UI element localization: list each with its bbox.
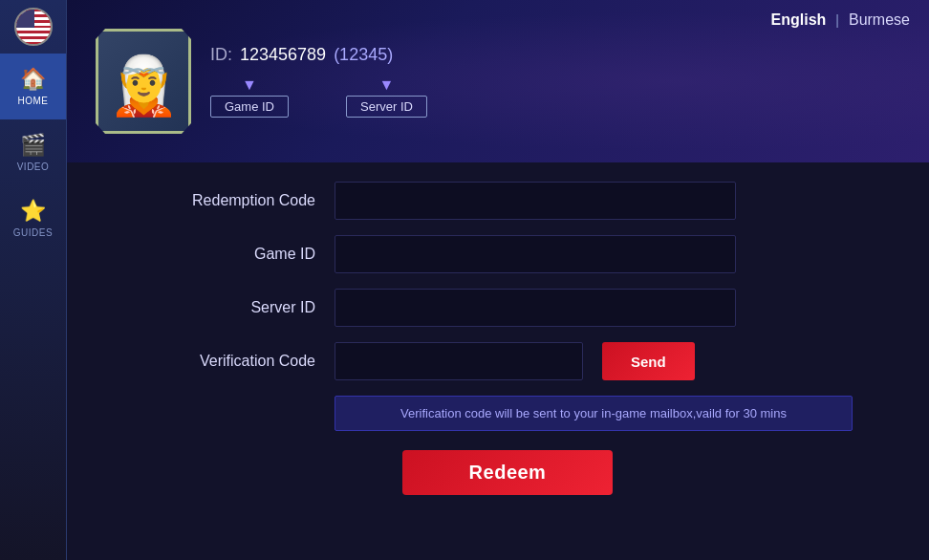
redeem-button[interactable]: Redeem xyxy=(402,450,614,495)
game-id-arrow-group: ▼ Game ID xyxy=(210,76,289,118)
redemption-code-label: Redemption Code xyxy=(162,192,315,209)
sidebar-item-guides[interactable]: ⭐ GUIDES xyxy=(0,185,66,251)
redemption-code-row: Redemption Code xyxy=(162,182,853,220)
sidebar-video-label: VIDEO xyxy=(17,162,50,172)
avatar-container: 🧝 xyxy=(96,29,191,134)
verification-code-row: Verification Code Send xyxy=(162,342,853,380)
home-icon: 🏠 xyxy=(20,67,46,92)
server-id-row: Server ID xyxy=(162,289,853,327)
id-row: ID: 123456789 (12345) xyxy=(210,45,427,65)
verification-code-input[interactable] xyxy=(335,342,583,380)
flag-button[interactable] xyxy=(14,8,53,46)
send-button[interactable]: Send xyxy=(602,342,695,380)
lang-burmese[interactable]: Burmese xyxy=(849,11,910,29)
sidebar-item-video[interactable]: 🎬 VIDEO xyxy=(0,119,66,185)
sidebar: 🏠 HOME 🎬 VIDEO ⭐ GUIDES xyxy=(0,0,67,560)
id-buttons-area: ▼ Game ID ▼ Server ID xyxy=(210,76,427,118)
lang-english[interactable]: English xyxy=(771,11,827,29)
arrows-row: ▼ Game ID ▼ Server ID xyxy=(210,76,427,118)
game-id-row: Game ID xyxy=(162,235,853,273)
main-content: English | Burmese 🧝 ID: 123456789 (12345… xyxy=(67,0,929,560)
sidebar-guides-label: GUIDES xyxy=(13,227,53,238)
game-id-input[interactable] xyxy=(335,235,736,273)
redemption-code-input[interactable] xyxy=(335,182,736,220)
us-flag-icon xyxy=(16,9,51,45)
id-label: ID: xyxy=(210,45,232,65)
guides-icon: ⭐ xyxy=(20,199,46,224)
server-id-arrow-group: ▼ Server ID xyxy=(346,76,427,118)
server-id-button[interactable]: Server ID xyxy=(346,96,427,118)
video-icon: 🎬 xyxy=(20,133,46,158)
server-id-input[interactable] xyxy=(335,289,736,327)
lang-divider: | xyxy=(835,12,839,28)
sidebar-home-label: HOME xyxy=(18,96,49,106)
header-inner: 🧝 ID: 123456789 (12345) ▼ Game ID xyxy=(67,10,456,153)
server-id-value: (12345) xyxy=(334,45,393,65)
redeem-button-row: Redeem xyxy=(162,450,853,495)
language-bar: English | Burmese xyxy=(771,11,910,29)
header: English | Burmese 🧝 ID: 123456789 (12345… xyxy=(67,0,929,162)
info-banner: Verification code will be sent to your i… xyxy=(335,396,853,431)
sidebar-item-home[interactable]: 🏠 HOME xyxy=(0,54,66,119)
server-id-label: Server ID xyxy=(162,299,315,316)
game-id-label: Game ID xyxy=(162,246,315,263)
form-area: Redemption Code Game ID Server ID Verifi… xyxy=(67,162,929,560)
game-id-arrow-down: ▼ xyxy=(242,76,257,94)
header-info: ID: 123456789 (12345) ▼ Game ID ▼ Server… xyxy=(210,45,427,118)
game-id-button[interactable]: Game ID xyxy=(210,96,289,118)
avatar-character: 🧝 xyxy=(108,57,180,115)
server-id-arrow-down: ▼ xyxy=(379,76,395,94)
game-id-value: 123456789 xyxy=(240,45,326,65)
avatar-frame: 🧝 xyxy=(96,29,191,134)
verification-code-label: Verification Code xyxy=(162,353,315,370)
